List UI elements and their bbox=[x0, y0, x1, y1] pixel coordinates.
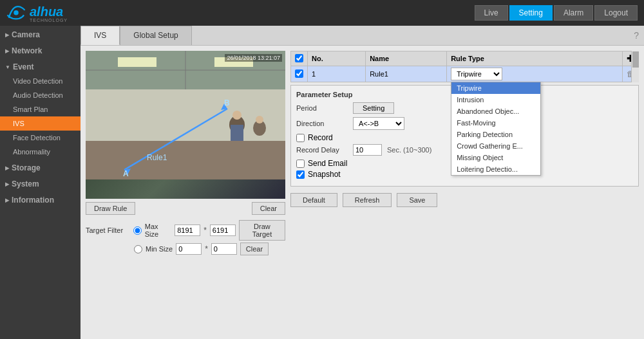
svg-point-10 bbox=[232, 111, 242, 120]
svg-rect-5 bbox=[118, 57, 156, 67]
svg-rect-11 bbox=[231, 125, 243, 141]
direction-label: Direction bbox=[296, 120, 348, 127]
max-size-label: Max Size bbox=[145, 223, 171, 238]
logout-button[interactable]: Logout bbox=[594, 5, 638, 21]
header: alhua TECHNOLOGY Live Setting Alarm Logo… bbox=[0, 0, 644, 26]
main-layout: ▶ Camera ▶ Network ▼ Event Video Detecti… bbox=[0, 26, 644, 339]
save-button[interactable]: Save bbox=[397, 193, 437, 207]
svg-point-0 bbox=[14, 10, 19, 15]
video-container: A B Rule1 26/01/2018 13:21:07 bbox=[86, 51, 285, 199]
svg-text:A: A bbox=[123, 169, 129, 178]
col-name: Name bbox=[366, 51, 447, 66]
logo: alhua TECHNOLOGY bbox=[6, 3, 68, 23]
sidebar-item-information[interactable]: ▶ Information bbox=[0, 191, 80, 207]
row-rule-type: Tripwire Intrusion Abandoned Object Fast… bbox=[447, 66, 623, 82]
max-size-w-input[interactable] bbox=[175, 224, 200, 236]
send-email-label: Send Email bbox=[308, 159, 347, 168]
sidebar-item-system[interactable]: ▶ System bbox=[0, 175, 80, 191]
sidebar-item-storage-label: Storage bbox=[12, 163, 41, 172]
table-row: 1 Rule1 Tripwire Intrusion Abandoned Obj… bbox=[291, 66, 639, 82]
sidebar-item-video-detection[interactable]: Video Detection bbox=[0, 74, 80, 88]
table-scrollbar[interactable] bbox=[631, 51, 639, 82]
col-no: No. bbox=[308, 51, 366, 66]
clear-button[interactable]: Clear bbox=[252, 202, 285, 215]
rule-table-header: No. Name Rule Type ✚ bbox=[290, 51, 639, 82]
draw-rule-button[interactable]: Draw Rule bbox=[86, 202, 135, 215]
logo-text: alhua bbox=[30, 5, 63, 19]
storage-arrow-icon: ▶ bbox=[5, 165, 9, 171]
snapshot-checkbox[interactable] bbox=[296, 170, 305, 179]
period-setting-button[interactable]: Setting bbox=[353, 102, 394, 114]
dropdown-item-missing[interactable]: Missing Object bbox=[451, 152, 540, 163]
record-delay-input[interactable] bbox=[353, 144, 382, 156]
tab-bar: IVS Global Setup bbox=[80, 26, 192, 45]
sidebar-item-event-label: Event bbox=[13, 62, 34, 71]
sidebar-item-event[interactable]: ▼ Event bbox=[0, 58, 80, 74]
snapshot-label: Snapshot bbox=[308, 170, 341, 179]
sidebar: ▶ Camera ▶ Network ▼ Event Video Detecti… bbox=[0, 26, 80, 339]
col-rule-type: Rule Type bbox=[447, 51, 623, 66]
sidebar-item-abnormality[interactable]: Abnormality bbox=[0, 145, 80, 159]
row-checkbox[interactable] bbox=[295, 69, 303, 78]
record-delay-unit: Sec. (10~300) bbox=[387, 146, 431, 154]
sidebar-item-storage[interactable]: ▶ Storage bbox=[0, 159, 80, 175]
dropdown-item-intrusion[interactable]: Intrusion bbox=[451, 94, 540, 105]
record-delay-label: Record Delay bbox=[296, 146, 348, 154]
min-size-radio[interactable] bbox=[134, 245, 142, 253]
default-button[interactable]: Default bbox=[290, 193, 337, 207]
help-icon[interactable]: ? bbox=[634, 30, 644, 41]
max-size-h-input[interactable] bbox=[210, 224, 236, 236]
select-all-checkbox[interactable] bbox=[295, 54, 303, 62]
row-no: 1 bbox=[308, 66, 366, 82]
left-column: A B Rule1 26/01/2018 13:21:07 Dra bbox=[86, 51, 285, 257]
draw-target-button[interactable]: Draw Target bbox=[239, 220, 285, 241]
row-name: Rule1 bbox=[366, 66, 447, 82]
video-scene-svg: A B Rule1 bbox=[86, 51, 285, 179]
clear-target-button[interactable]: Clear bbox=[240, 243, 269, 255]
dropdown-item-crowd[interactable]: Crowd Gathering E... bbox=[451, 140, 540, 152]
rule-table-wrapper: No. Name Rule Type ✚ bbox=[290, 51, 639, 82]
min-size-w-input[interactable] bbox=[176, 243, 202, 255]
col-checkbox bbox=[291, 51, 308, 66]
live-button[interactable]: Live bbox=[475, 5, 508, 21]
video-controls: Draw Rule Clear bbox=[86, 202, 285, 215]
information-arrow-icon: ▶ bbox=[5, 197, 9, 203]
max-size-radio[interactable] bbox=[133, 226, 142, 235]
header-nav: Live Setting Alarm Logout bbox=[475, 5, 638, 21]
svg-text:Rule1: Rule1 bbox=[147, 153, 167, 162]
logo-tech: TECHNOLOGY bbox=[30, 18, 68, 23]
sidebar-item-ivs[interactable]: IVS bbox=[0, 116, 80, 131]
sidebar-item-audio-detection[interactable]: Audio Detection bbox=[0, 88, 80, 102]
camera-arrow-icon: ▶ bbox=[5, 32, 9, 38]
sidebar-item-smart-plan[interactable]: Smart Plan bbox=[0, 102, 80, 116]
alarm-button[interactable]: Alarm bbox=[554, 5, 593, 21]
rule-type-dropdown-list: Tripwire Intrusion Abandoned Objec... Fa… bbox=[451, 82, 541, 176]
rule-type-select[interactable]: Tripwire Intrusion Abandoned Object Fast… bbox=[451, 68, 502, 80]
x-separator-1: * bbox=[204, 226, 207, 235]
dropdown-item-tripwire[interactable]: Tripwire bbox=[451, 82, 540, 94]
rule-type-dropdown-wrapper: Tripwire Intrusion Abandoned Object Fast… bbox=[451, 68, 502, 80]
record-checkbox[interactable] bbox=[296, 134, 305, 142]
sidebar-item-network-label: Network bbox=[12, 46, 42, 55]
target-filter-row: Target Filter Max Size * Draw Target bbox=[86, 220, 285, 241]
dropdown-item-fast-moving[interactable]: Fast-Moving bbox=[451, 117, 540, 129]
dropdown-item-abandoned[interactable]: Abandoned Objec... bbox=[451, 105, 540, 117]
sidebar-item-network[interactable]: ▶ Network bbox=[0, 42, 80, 58]
target-filter-label: Target Filter bbox=[86, 226, 130, 234]
svg-rect-7 bbox=[86, 141, 285, 179]
sidebar-item-camera[interactable]: ▶ Camera bbox=[0, 26, 80, 42]
table-scroll-thumb bbox=[632, 51, 639, 68]
send-email-checkbox[interactable] bbox=[296, 160, 305, 168]
tab-global-setup[interactable]: Global Setup bbox=[120, 26, 191, 45]
sidebar-item-face-detection[interactable]: Face Detection bbox=[0, 131, 80, 145]
content-area: IVS Global Setup ? bbox=[80, 26, 644, 339]
direction-select[interactable]: A->B A<->B B->A bbox=[353, 117, 404, 130]
tab-ivs[interactable]: IVS bbox=[80, 26, 120, 45]
event-arrow-icon: ▼ bbox=[5, 64, 10, 70]
min-size-h-input[interactable] bbox=[211, 243, 237, 255]
dropdown-item-loitering[interactable]: Loitering Detectio... bbox=[451, 163, 540, 175]
setting-button[interactable]: Setting bbox=[509, 5, 553, 21]
sidebar-item-camera-label: Camera bbox=[12, 30, 40, 39]
dropdown-item-parking[interactable]: Parking Detection bbox=[451, 129, 540, 140]
refresh-button[interactable]: Refresh bbox=[343, 193, 392, 207]
